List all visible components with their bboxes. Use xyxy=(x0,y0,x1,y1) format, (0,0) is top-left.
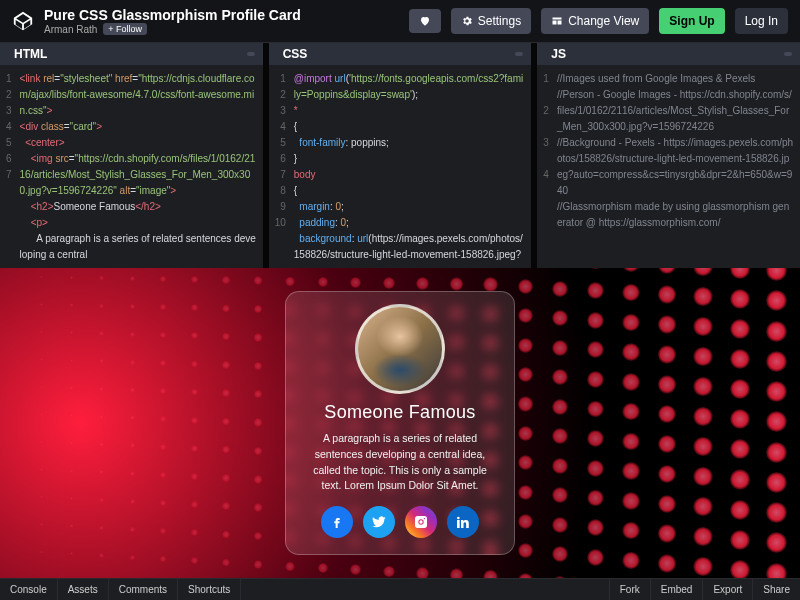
signup-button[interactable]: Sign Up xyxy=(659,8,724,34)
linkedin-icon[interactable] xyxy=(447,506,479,538)
login-button[interactable]: Log In xyxy=(735,8,788,34)
css-panel: CSS 1 2 3 4 5 6 7 8 9 10 @import url('ht… xyxy=(269,43,532,268)
js-code[interactable]: //Images used from Google Images & Pexel… xyxy=(553,65,800,268)
line-numbers: 1 2 3 4 xyxy=(537,65,553,268)
pen-title: Pure CSS Glassmorphism Profile Card xyxy=(44,7,399,23)
card-name: Someone Famous xyxy=(304,402,496,423)
chevron-down-icon[interactable] xyxy=(515,52,523,56)
panel-label: JS xyxy=(551,47,566,61)
author-name[interactable]: Arman Rath xyxy=(44,24,97,35)
share-tab[interactable]: Share xyxy=(752,579,800,600)
facebook-icon[interactable] xyxy=(321,506,353,538)
preview-pane: Someone Famous A paragraph is a series o… xyxy=(0,268,800,578)
assets-tab[interactable]: Assets xyxy=(58,579,109,600)
console-tab[interactable]: Console xyxy=(0,579,58,600)
js-panel: JS 1 2 3 4 //Images used from Google Ima… xyxy=(537,43,800,268)
css-code[interactable]: @import url('https://fonts.googleapis.co… xyxy=(290,65,532,268)
card-desc: A paragraph is a series of related sente… xyxy=(304,431,496,494)
heart-button[interactable] xyxy=(409,9,441,33)
embed-tab[interactable]: Embed xyxy=(650,579,703,600)
shortcuts-tab[interactable]: Shortcuts xyxy=(178,579,241,600)
comments-tab[interactable]: Comments xyxy=(109,579,178,600)
instagram-icon[interactable] xyxy=(405,506,437,538)
line-numbers: 1 2 3 4 5 6 7 xyxy=(0,65,16,268)
codepen-logo[interactable] xyxy=(12,10,34,32)
chevron-down-icon[interactable] xyxy=(784,52,792,56)
avatar xyxy=(355,304,445,394)
profile-card: Someone Famous A paragraph is a series o… xyxy=(285,291,515,555)
twitter-icon[interactable] xyxy=(363,506,395,538)
html-code[interactable]: <link rel="stylesheet" href="https://cdn… xyxy=(16,65,263,268)
export-tab[interactable]: Export xyxy=(702,579,752,600)
panel-label: CSS xyxy=(283,47,308,61)
chevron-down-icon[interactable] xyxy=(247,52,255,56)
line-numbers: 1 2 3 4 5 6 7 8 9 10 xyxy=(269,65,290,268)
html-panel: HTML 1 2 3 4 5 6 7 <link rel="stylesheet… xyxy=(0,43,263,268)
change-view-button[interactable]: Change View xyxy=(541,8,649,34)
follow-button[interactable]: + Follow xyxy=(103,23,147,35)
panel-label: HTML xyxy=(14,47,47,61)
settings-button[interactable]: Settings xyxy=(451,8,531,34)
fork-tab[interactable]: Fork xyxy=(609,579,650,600)
